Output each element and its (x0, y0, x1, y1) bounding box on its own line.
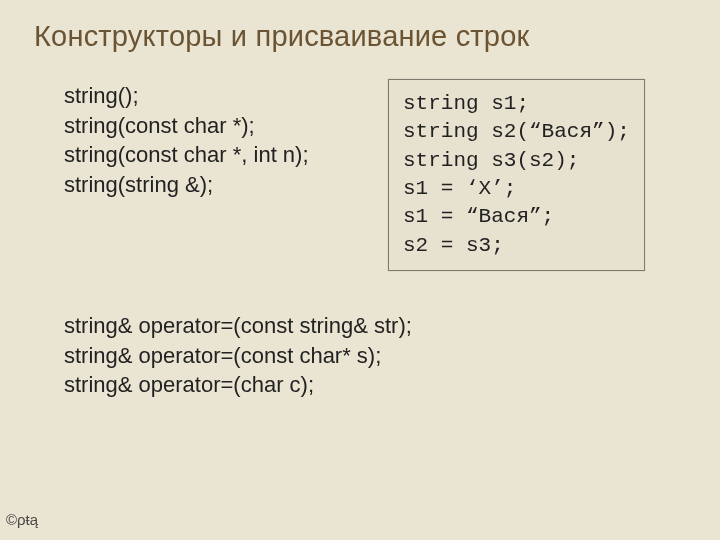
code-line: string s1; (403, 90, 630, 118)
constructor-line: string(const char *); (64, 111, 384, 141)
operator-line: string& operator=(const char* s); (64, 341, 686, 371)
slide-title: Конструкторы и присваивание строк (34, 20, 686, 53)
code-line: s1 = “Вася”; (403, 203, 630, 231)
code-example-box: string s1; string s2(“Вася”); string s3(… (388, 79, 645, 271)
operator-line: string& operator=(const string& str); (64, 311, 686, 341)
code-line: string s3(s2); (403, 147, 630, 175)
content-row: string(); string(const char *); string(c… (64, 81, 686, 271)
code-line: s2 = s3; (403, 232, 630, 260)
operator-line: string& operator=(char c); (64, 370, 686, 400)
code-line: s1 = ‘X’; (403, 175, 630, 203)
code-line: string s2(“Вася”); (403, 118, 630, 146)
footer-credit: ©ρŧą (6, 511, 38, 528)
constructor-line: string(const char *, int n); (64, 140, 384, 170)
slide: Конструкторы и присваивание строк string… (0, 0, 720, 540)
operator-declarations: string& operator=(const string& str); st… (64, 311, 686, 400)
constructor-declarations: string(); string(const char *); string(c… (64, 81, 384, 200)
constructor-line: string(); (64, 81, 384, 111)
constructor-line: string(string &); (64, 170, 384, 200)
